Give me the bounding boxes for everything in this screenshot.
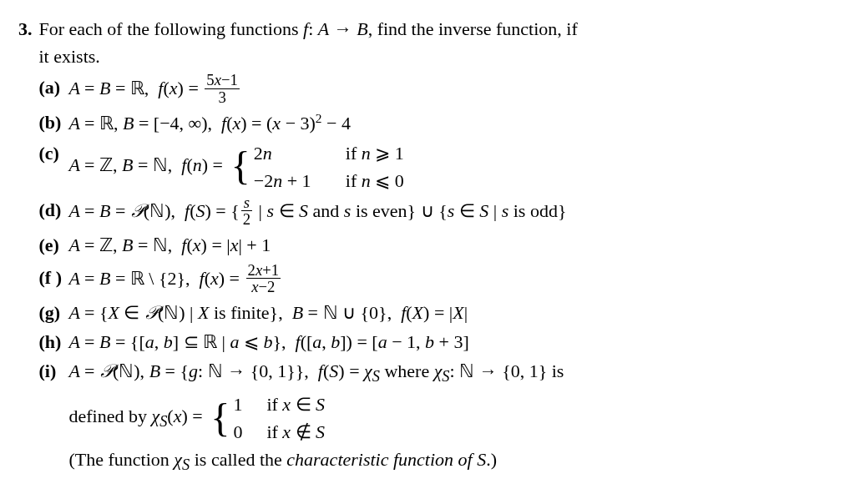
part-body-a: A = B = ℝ, f(x) = 5x−13: [69, 73, 837, 107]
part-h: (h) A = B = {[a, b] ⊆ ℝ | a ⩽ b}, f([a, …: [39, 328, 837, 355]
part-label-f: (f ): [39, 264, 69, 291]
part-label-d: (d): [39, 196, 69, 224]
part-body-f: A = B = ℝ \ {2}, f(x) = 2x+1x−2: [69, 264, 837, 297]
part-label-c: (c): [39, 139, 69, 167]
part-body-g: A = {X ∈ 𝒫(ℕ) | X is finite}, B = ℕ ∪ {0…: [69, 299, 837, 326]
problem-3: 3. For each of the following functions f…: [18, 15, 837, 477]
part-label-b: (b): [39, 108, 69, 136]
part-c: (c) A = ℤ, B = ℕ, f(n) = { 2nif n ⩾ 1 −2…: [39, 139, 837, 194]
part-a: (a) A = B = ℝ, f(x) = 5x−13: [39, 73, 837, 107]
part-f: (f ) A = B = ℝ \ {2}, f(x) = 2x+1x−2: [39, 264, 837, 297]
part-body-h: A = B = {[a, b] ⊆ ℝ | a ⩽ b}, f([a, b]) …: [69, 328, 837, 355]
part-body-d: A = B = 𝒫(ℕ), f(S) = {s2 | s ∈ S and s i…: [69, 196, 837, 229]
parts-list: (a) A = B = ℝ, f(x) = 5x−13 (b) A = ℝ, B…: [39, 73, 837, 477]
problem-number: 3.: [18, 15, 33, 43]
part-i-note: (The function χS is called the character…: [69, 446, 837, 477]
part-i-defined-by: defined by χS(x) = { 1if x ∈ S 0if x ∉ S: [69, 391, 837, 446]
part-b: (b) A = ℝ, B = [−4, ∞), f(x) = (x − 3)2 …: [39, 108, 837, 137]
part-label-h: (h): [39, 328, 69, 355]
part-e: (e) A = ℤ, B = ℕ, f(x) = |x| + 1: [39, 231, 837, 259]
part-body-i-line1: A = 𝒫(ℕ), B = {g: ℕ → {0, 1}}, f(S) = χS…: [69, 357, 837, 389]
part-body-c: A = ℤ, B = ℕ, f(n) = { 2nif n ⩾ 1 −2n + …: [69, 139, 837, 194]
part-label-g: (g): [39, 299, 69, 326]
part-g: (g) A = {X ∈ 𝒫(ℕ) | X is finite}, B = ℕ …: [39, 299, 837, 326]
part-body-e: A = ℤ, B = ℕ, f(x) = |x| + 1: [69, 231, 837, 259]
part-d: (d) A = B = 𝒫(ℕ), f(S) = {s2 | s ∈ S and…: [39, 196, 837, 229]
part-label-i: (i): [39, 357, 69, 385]
part-i: (i) A = 𝒫(ℕ), B = {g: ℕ → {0, 1}}, f(S) …: [39, 357, 837, 389]
part-body-b: A = ℝ, B = [−4, ∞), f(x) = (x − 3)2 − 4: [69, 108, 837, 137]
problem-content: For each of the following functions f: A…: [39, 15, 837, 477]
problem-intro: For each of the following functions f: A…: [39, 15, 837, 70]
part-label-e: (e): [39, 231, 69, 259]
part-label-a: (a): [39, 73, 69, 101]
